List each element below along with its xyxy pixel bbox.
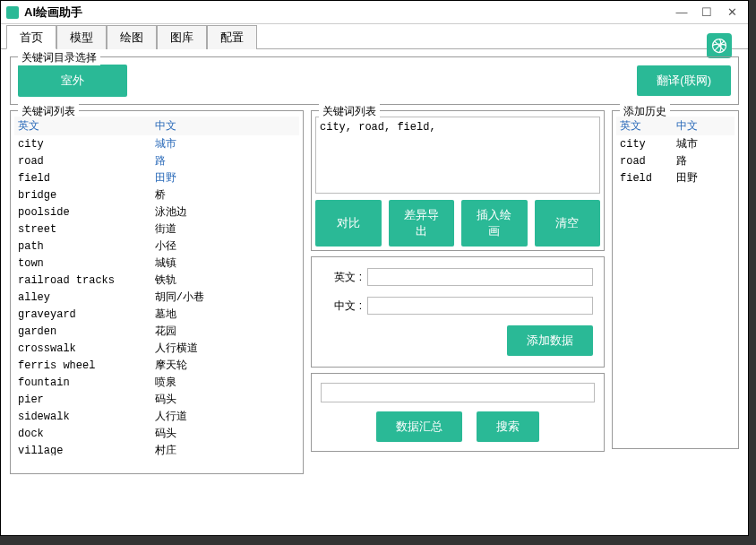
cell-cn: 码头: [151, 425, 299, 442]
minimize-button[interactable]: —: [671, 4, 692, 21]
translate-button[interactable]: 翻译(联网): [637, 65, 731, 96]
openai-logo-icon: [707, 33, 732, 58]
cell-cn: 码头: [151, 391, 299, 408]
table-row[interactable]: crosswalk人行横道: [14, 340, 299, 357]
col-en[interactable]: 英文: [14, 117, 151, 135]
cell-cn: 田野: [673, 169, 735, 186]
cell-cn: 花园: [151, 323, 299, 340]
cell-cn: 人行道: [151, 408, 299, 425]
keyword-hscroll[interactable]: [14, 455, 299, 470]
history-panel: 添加历史 英文 中文 city城市road路field田野: [612, 110, 739, 449]
tab-4[interactable]: 配置: [207, 25, 257, 49]
keyword-table: 英文 中文 city城市road路field田野bridge桥poolside泳…: [14, 117, 299, 455]
cell-cn: 城镇: [151, 255, 299, 272]
table-row[interactable]: city城市: [14, 135, 299, 152]
table-row[interactable]: road路: [616, 152, 735, 169]
cell-cn: 田野: [151, 169, 299, 186]
table-row[interactable]: bridge桥: [14, 186, 299, 203]
diff-export-button[interactable]: 差异导出: [389, 200, 455, 247]
table-row[interactable]: field田野: [616, 169, 735, 186]
cell-en: street: [14, 221, 151, 238]
table-row[interactable]: pier码头: [14, 391, 299, 408]
cell-en: city: [14, 135, 151, 152]
cn-input[interactable]: [367, 297, 593, 315]
cell-cn: 街道: [151, 221, 299, 238]
keyword-dir-select: 关键词目录选择 室外 翻译(联网): [10, 56, 739, 105]
en-input[interactable]: [367, 268, 593, 286]
cell-cn: 路: [673, 152, 735, 169]
title-bar: AI绘画助手 — ☐ ✕: [1, 1, 748, 24]
cell-en: railroad tracks: [14, 272, 151, 289]
table-row[interactable]: railroad tracks铁轨: [14, 272, 299, 289]
cell-en: path: [14, 238, 151, 255]
table-row[interactable]: graveyard墓地: [14, 306, 299, 323]
insert-draw-button[interactable]: 插入绘画: [461, 200, 528, 247]
table-row[interactable]: town城镇: [14, 255, 299, 272]
window-title: AI绘画助手: [24, 4, 667, 21]
cell-cn: 城市: [151, 135, 299, 152]
cell-en: field: [14, 169, 151, 186]
table-row[interactable]: street街道: [14, 221, 299, 238]
search-button[interactable]: 搜索: [477, 411, 539, 442]
cell-en: village: [14, 442, 151, 455]
data-summary-button[interactable]: 数据汇总: [376, 411, 462, 442]
tab-1[interactable]: 模型: [56, 25, 107, 49]
table-row[interactable]: alley胡同/小巷: [14, 289, 299, 306]
hist-col-en[interactable]: 英文: [616, 117, 673, 135]
cell-cn: 小径: [151, 238, 299, 255]
outdoor-button[interactable]: 室外: [18, 65, 127, 97]
tab-0[interactable]: 首页: [6, 25, 56, 49]
search-input[interactable]: [321, 383, 595, 402]
cell-en: fountain: [14, 374, 151, 391]
history-scroll[interactable]: 英文 中文 city城市road路field田野: [616, 117, 735, 430]
table-row[interactable]: city城市: [616, 135, 735, 152]
clear-button[interactable]: 清空: [535, 200, 601, 247]
cell-en: garden: [14, 323, 151, 340]
history-table: 英文 中文 city城市road路field田野: [616, 117, 735, 186]
cell-cn: 人行横道: [151, 340, 299, 357]
cell-cn: 城市: [673, 135, 735, 152]
cell-en: poolside: [14, 203, 151, 221]
cell-en: pier: [14, 391, 151, 408]
table-row[interactable]: path小径: [14, 238, 299, 255]
col-cn[interactable]: 中文: [151, 117, 299, 135]
table-row[interactable]: sidewalk人行道: [14, 408, 299, 425]
cell-en: sidewalk: [14, 408, 151, 425]
tab-2[interactable]: 绘图: [107, 25, 157, 49]
selected-keywords-textarea[interactable]: [315, 117, 600, 194]
cell-cn: 喷泉: [151, 374, 299, 391]
cell-en: dock: [14, 425, 151, 442]
cell-cn: 村庄: [151, 442, 299, 455]
history-hscroll[interactable]: [616, 430, 735, 445]
dir-select-legend: 关键词目录选择: [18, 50, 100, 65]
add-data-panel: 英文 : 中文 : 添加数据: [311, 256, 605, 368]
cell-cn: 胡同/小巷: [151, 289, 299, 306]
table-row[interactable]: dock码头: [14, 425, 299, 442]
compare-button[interactable]: 对比: [315, 200, 382, 247]
cn-label: 中文 :: [322, 298, 362, 314]
keyword-table-scroll[interactable]: 英文 中文 city城市road路field田野bridge桥poolside泳…: [14, 117, 299, 455]
cell-cn: 摩天轮: [151, 357, 299, 374]
search-panel: 数据汇总 搜索: [311, 373, 605, 452]
tab-bar: 首页模型绘图图库配置: [1, 24, 748, 49]
cell-cn: 桥: [151, 186, 299, 203]
app-icon: [6, 6, 19, 19]
cell-en: field: [616, 169, 673, 186]
add-data-button[interactable]: 添加数据: [507, 325, 593, 356]
table-row[interactable]: garden花园: [14, 323, 299, 340]
cell-cn: 路: [151, 152, 299, 169]
close-button[interactable]: ✕: [721, 4, 743, 21]
table-row[interactable]: ferris wheel摩天轮: [14, 357, 299, 374]
keyword-list-panel: 关键词列表 英文 中文 city城市road路field田野bridge桥poo…: [10, 110, 304, 474]
app-window: AI绘画助手 — ☐ ✕ 首页模型绘图图库配置 关键词目录选择 室外 翻译(联网…: [0, 0, 749, 536]
table-row[interactable]: field田野: [14, 169, 299, 186]
table-row[interactable]: poolside泳池边: [14, 203, 299, 221]
table-row[interactable]: fountain喷泉: [14, 374, 299, 391]
table-row[interactable]: village村庄: [14, 442, 299, 455]
maximize-button[interactable]: ☐: [696, 4, 717, 21]
selected-keywords-panel: 关键词列表 对比 差异导出 插入绘画 清空: [311, 110, 605, 251]
table-row[interactable]: road路: [14, 152, 299, 169]
hist-col-cn[interactable]: 中文: [673, 117, 735, 135]
tab-3[interactable]: 图库: [157, 25, 207, 49]
en-label: 英文 :: [322, 270, 362, 285]
